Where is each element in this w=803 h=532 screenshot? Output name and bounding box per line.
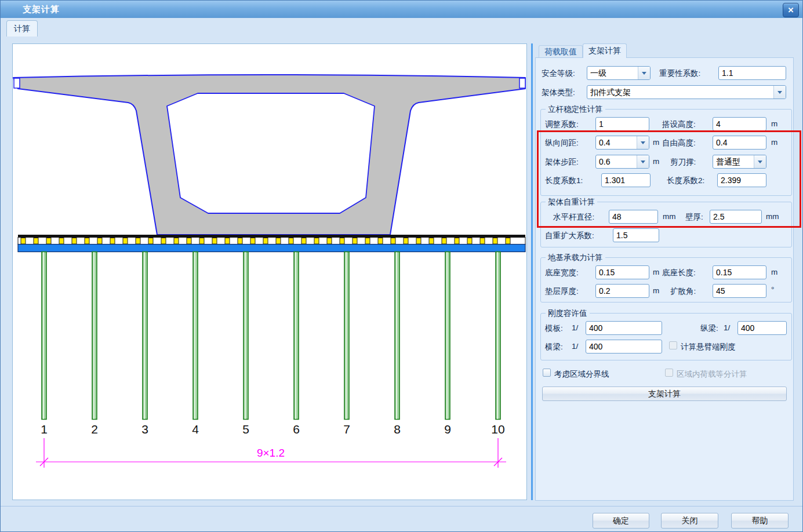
chevron-down-icon[interactable] — [637, 136, 649, 149]
tab-support-calculation[interactable]: 支架计算 — [583, 43, 627, 58]
support-post — [92, 252, 97, 420]
region-boundary-checkbox-label: 考虑区域分界线 — [554, 369, 609, 380]
batten-block — [391, 238, 395, 245]
cushion-thickness-input[interactable] — [595, 284, 649, 298]
main-tabstrip: 计算 — [1, 18, 802, 37]
post-numbers: 12345678910 — [41, 422, 505, 436]
length-factor2-label: 长度系数2: — [667, 176, 704, 186]
window-title: 支架计算 — [23, 4, 60, 15]
chevron-down-icon[interactable] — [637, 155, 649, 168]
formwork-stiffness-label: 模板: — [545, 323, 563, 334]
tab-load-values[interactable]: 荷载取值 — [539, 45, 583, 58]
wall-thickness-unit: mm — [766, 212, 779, 221]
chevron-down-icon[interactable] — [773, 86, 786, 99]
batten-block — [429, 238, 434, 245]
tab-calculation[interactable]: 计算 — [6, 20, 38, 37]
longitudinal-spacing-value: 0.4 — [596, 136, 637, 149]
chevron-down-icon[interactable] — [754, 155, 766, 168]
crossbeam-stiffness-label: 横梁: — [545, 342, 563, 352]
spread-angle-input[interactable] — [713, 284, 766, 298]
post-number-label: 7 — [343, 422, 350, 436]
longitudinal-spacing-unit: m — [653, 138, 659, 147]
length-factor1-input[interactable] — [601, 173, 651, 187]
batten-block — [199, 238, 204, 245]
batten-block — [250, 238, 255, 245]
region-boundary-checkbox[interactable] — [543, 369, 551, 377]
panel-splitter[interactable] — [531, 43, 533, 500]
batten-block — [148, 238, 153, 245]
close-button[interactable]: ✕ — [783, 3, 799, 17]
horizontal-bar-diameter-unit: mm — [663, 212, 676, 221]
batten-block — [365, 238, 370, 245]
batten-block — [212, 238, 217, 245]
scissor-brace-select[interactable]: 普通型 — [713, 155, 766, 169]
batten-block — [174, 238, 179, 245]
batten-block — [46, 238, 51, 245]
base-width-input[interactable] — [595, 265, 649, 279]
longbeam-stiffness-label: 纵梁: — [700, 323, 718, 334]
formwork-stiffness-input[interactable] — [586, 321, 662, 335]
support-calculate-button[interactable]: 支架计算 — [542, 387, 787, 401]
close-icon: ✕ — [788, 6, 794, 14]
batten-block — [136, 238, 140, 245]
formwork-ratio-prefix: 1/ — [572, 323, 578, 332]
importance-factor-input[interactable] — [718, 66, 786, 80]
base-length-label: 底座长度: — [662, 268, 696, 278]
close-button-footer[interactable]: 关闭 — [661, 513, 718, 529]
support-post — [42, 252, 46, 420]
adjust-factor-label: 调整系数: — [545, 119, 579, 130]
post-number-label: 2 — [91, 422, 98, 436]
crossbeam-stiffness-input[interactable] — [586, 340, 662, 354]
frame-step-unit: m — [653, 157, 659, 166]
foundation-group-title: 地基承载力计算 — [546, 253, 605, 263]
cushion-thickness-unit: m — [653, 286, 659, 295]
frame-step-select[interactable]: 0.6 — [595, 155, 649, 169]
base-length-unit: m — [771, 268, 777, 276]
girder-hollow — [167, 93, 375, 213]
stiffness-group: 刚度容许值 — [540, 313, 792, 360]
erection-height-unit: m — [771, 119, 777, 128]
batten-strip — [18, 238, 525, 245]
selfweight-amplify-input[interactable] — [613, 228, 659, 242]
horizontal-bar-diameter-input[interactable] — [609, 210, 658, 224]
batten-block — [314, 238, 319, 245]
batten-block — [455, 238, 459, 245]
adjust-factor-input[interactable] — [595, 117, 649, 131]
safety-grade-select[interactable]: 一级 — [587, 66, 651, 80]
length-factor2-input[interactable] — [717, 173, 766, 187]
ok-button[interactable]: 确定 — [593, 513, 649, 529]
batten-block — [378, 238, 383, 245]
batten-block — [72, 238, 77, 245]
horizontal-bar-diameter-label: 水平杆直径: — [553, 212, 594, 223]
batten-block — [340, 238, 344, 245]
spread-angle-unit: ° — [771, 285, 774, 294]
batten-block — [301, 238, 306, 245]
formwork-plate — [18, 235, 525, 238]
free-height-unit: m — [771, 138, 777, 147]
batten-block — [493, 238, 497, 245]
post-number-label: 8 — [394, 422, 401, 436]
batten-block — [238, 238, 242, 245]
wall-thickness-input[interactable] — [710, 210, 762, 224]
batten-block — [467, 238, 472, 245]
support-posts — [42, 252, 500, 420]
frame-type-label: 架体类型: — [542, 88, 575, 98]
longbeam-stiffness-input[interactable] — [737, 321, 787, 335]
longitudinal-spacing-select[interactable]: 0.4 — [595, 136, 649, 150]
frame-type-select[interactable]: 扣件式支架 — [587, 85, 786, 99]
footer: 确定 关闭 帮助 — [1, 507, 802, 531]
free-height-input[interactable] — [713, 136, 766, 150]
batten-block — [289, 238, 293, 245]
safety-grade-value: 一级 — [587, 67, 638, 79]
importance-factor-label: 重要性系数: — [659, 68, 700, 79]
chevron-down-icon[interactable] — [638, 67, 650, 79]
erection-height-input[interactable] — [713, 117, 766, 131]
batten-block — [442, 238, 446, 245]
titlebar: 支架计算 ✕ — [1, 1, 802, 19]
region-load-checkbox — [665, 369, 673, 377]
batten-block — [110, 238, 115, 245]
batten-block — [34, 238, 38, 245]
batten-block — [161, 238, 166, 245]
base-length-input[interactable] — [713, 265, 766, 279]
help-button[interactable]: 帮助 — [731, 513, 789, 529]
